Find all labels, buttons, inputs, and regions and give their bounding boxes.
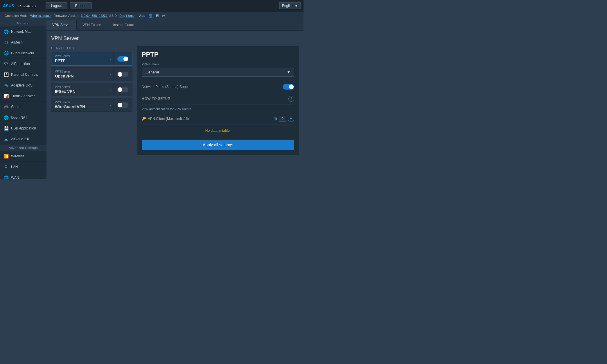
monitor-icon[interactable]: 🖥 [155,13,159,18]
sidebar-item-label-wan: WAN [11,176,19,179]
network-map-icon: 🌐 [3,29,9,34]
ipsec-sub: VPN Server [55,85,104,89]
openvpn-toggle[interactable] [117,71,129,77]
sidebar-item-guest-network[interactable]: 🌐 Guest Network [0,48,46,59]
firmware-label: Firmware Version: [53,14,79,17]
how-to-setup-help-icon[interactable]: ? [288,96,294,102]
tab-bar: VPN Server VPN Fusion Instant Guard [46,20,304,31]
sidebar-item-traffic-analyzer[interactable]: 📊 Traffic Analyzer [0,91,46,102]
sidebar-item-adaptive-qos[interactable]: ◎ Adaptive QoS [0,80,46,91]
vpn-client-row: 🔑 VPN Client (Max Limit :16) ⊞ 0 + [142,113,294,124]
guest-network-icon: 🌐 [3,51,9,56]
aiprotection-icon: 🛡 [3,61,9,66]
pptp-toggle[interactable] [117,56,129,62]
vpn-server-info-ipsec: VPN Server IPSec VPN [51,83,107,96]
info-bar: Operation Mode: Wireless router Firmware… [0,12,304,20]
sidebar-item-label-traffic-analyzer: Traffic Analyzer [11,94,35,98]
sidebar-item-lan[interactable]: 🖥 LAN [0,162,46,172]
ssid-value[interactable]: Day Home [119,14,134,17]
chevron-down-icon: ▼ [294,4,298,8]
reboot-button[interactable]: Reboot [70,2,92,9]
vpn-server-item-openvpn[interactable]: VPN Server OpenVPN › [51,67,132,81]
details-panel: PPTP VPN Details General ▼ Network Place… [137,46,299,155]
sidebar-item-aicloud[interactable]: ☁ AiCloud 2.0 [0,134,46,145]
top-bar: ASUS RT-AX82U Logout Reboot English ▼ [0,0,304,12]
vpn-client-monitor-icon[interactable]: ⊞ [274,116,277,121]
content-area: VPN Server VPN Fusion Instant Guard VPN … [46,20,304,179]
network-place-label: Network Place (Samba) Support [142,85,192,89]
ipsec-name: IPSec VPN [55,89,104,94]
vpn-server-info-pptp: VPN Server PPTP [51,52,107,65]
language-label: English [282,4,293,8]
sidebar-item-label-usb-application: USB Application [11,126,36,130]
vpn-client-controls: ⊞ 0 + [274,116,294,122]
operation-mode-value[interactable]: Wireless router [30,14,52,17]
vpn-details-dropdown[interactable]: General ▼ [142,68,294,77]
page-title: VPN Server [51,35,299,42]
vpn-auth-text: VPN authentication for VPN clients [142,104,294,113]
how-to-setup-row: HOW TO SETUP ? [142,93,294,104]
sidebar-item-label-parental-controls: Parental Controls [11,73,38,77]
open-nat-icon: 🌐 [3,115,9,120]
ipsec-toggle[interactable] [117,87,129,93]
sidebar-item-label-guest-network: Guest Network [11,51,34,55]
sidebar-item-label-open-nat: Open NAT [11,116,27,120]
sidebar-item-aiprotection[interactable]: 🛡 AiProtection [0,59,46,69]
vpn-details-label: VPN Details [142,62,294,66]
wan-icon: 🌐 [3,175,9,179]
pptp-sub: VPN Server [55,55,104,58]
sidebar-item-game[interactable]: 🎮 Game [0,102,46,112]
sidebar-item-usb-application[interactable]: 💾 USB Application [0,123,46,134]
how-to-label: HOW TO SETUP [142,97,170,101]
openvpn-arrow-icon: › [107,68,114,81]
apply-all-settings-button[interactable]: Apply all settings [142,140,294,150]
tab-vpn-server[interactable]: VPN Server [46,20,77,30]
user-icon[interactable]: 👤 [148,13,153,18]
key-icon: 🔑 [142,117,146,121]
main-layout: General 🌐 Network Map ⬡ AiMesh 🌐 Guest N… [0,20,304,179]
sidebar-item-label-network-map: Network Map [11,30,32,34]
lan-icon: 🖥 [3,164,9,170]
sidebar-item-open-nat[interactable]: 🌐 Open NAT [0,112,46,123]
game-icon: 🎮 [3,104,9,109]
wireguard-toggle[interactable] [117,102,129,108]
firmware-value[interactable]: 3.0.0.4.388_24231 [81,14,108,17]
sidebar-item-wan[interactable]: 🌐 WAN [0,172,46,179]
network-place-toggle[interactable] [283,84,294,90]
info-icons: 👤 🖥 ⇦ [148,13,165,18]
adaptive-qos-icon: ◎ [3,83,9,88]
ipsec-arrow-icon: › [107,83,114,96]
pptp-name: PPTP [55,58,104,63]
page-content: VPN Server SERVER LIST VPN Server PPTP › [46,31,304,159]
sidebar-item-aimesh[interactable]: ⬡ AiMesh [0,37,46,48]
vpn-server-item-wireguard[interactable]: VPN Server WireGuard VPN › [51,98,132,112]
sidebar-item-label-aimesh: AiMesh [11,40,23,44]
pptp-toggle-area [114,56,132,62]
usb-icon[interactable]: ⇦ [162,13,165,18]
sidebar: General 🌐 Network Map ⬡ AiMesh 🌐 Guest N… [0,20,46,179]
tab-instant-guard[interactable]: Instant Guard [107,20,140,30]
advanced-section-label: Advanced Settings [0,145,46,151]
logout-button[interactable]: Logout [46,2,67,9]
openvpn-name: OpenVPN [55,74,104,78]
openvpn-sub: VPN Server [55,70,104,73]
vpn-server-item-pptp[interactable]: VPN Server PPTP › [51,52,132,66]
openvpn-toggle-area [114,71,132,77]
sidebar-item-wireless[interactable]: 📶 Wireless [0,151,46,162]
sidebar-item-label-adaptive-qos: Adaptive QoS [11,83,33,87]
add-vpn-client-button[interactable]: + [288,116,294,122]
tab-vpn-fusion[interactable]: VPN Fusion [77,20,107,30]
general-section-label: General [0,20,46,26]
sidebar-item-parental-controls[interactable]: 👪 Parental Controls [0,69,46,80]
parental-controls-icon: 👪 [3,72,9,77]
wireguard-sub: VPN Server [55,101,104,104]
no-data-text: No data in table. [142,124,294,137]
operation-mode-label: Operation Mode: [5,14,28,17]
sidebar-item-network-map[interactable]: 🌐 Network Map [0,26,46,37]
vpn-server-item-ipsec[interactable]: VPN Server IPSec VPN › [51,83,132,96]
vpn-client-text: VPN Client (Max Limit :16) [148,117,189,121]
server-list-panel: SERVER LIST VPN Server PPTP › [51,46,132,155]
sidebar-item-label-lan: LAN [11,165,18,169]
vpn-layout: SERVER LIST VPN Server PPTP › [51,46,299,155]
language-selector[interactable]: English ▼ [279,2,301,9]
